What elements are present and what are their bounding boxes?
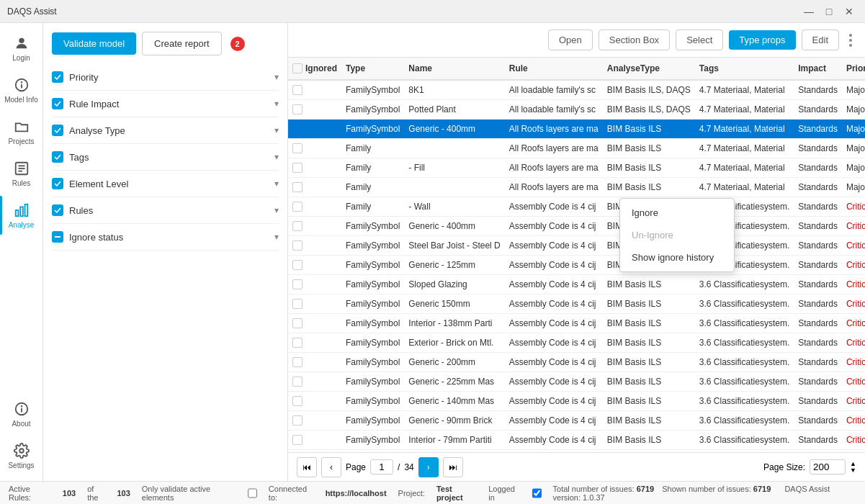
- table-row[interactable]: FamilySymbol Steel Bar Joist - Steel D A…: [288, 236, 865, 256]
- edit-button[interactable]: Edit: [802, 30, 839, 50]
- context-menu-ignore[interactable]: Ignore: [620, 202, 734, 224]
- row-checkbox[interactable]: [292, 240, 302, 251]
- table-row[interactable]: FamilySymbol Generic - 400mm All Roofs l…: [288, 120, 865, 139]
- row-checkbox[interactable]: [292, 104, 302, 114]
- sidebar-item-settings[interactable]: Settings: [0, 436, 42, 475]
- open-button[interactable]: Open: [548, 30, 593, 50]
- table-row[interactable]: FamilySymbol Interior - 79mm Partiti Ass…: [288, 431, 865, 450]
- row-checkbox[interactable]: [292, 202, 302, 212]
- sidebar-item-rules[interactable]: Rules: [0, 154, 42, 193]
- table-row[interactable]: FamilySymbol Generic 150mm Assembly Code…: [288, 294, 865, 314]
- table-row[interactable]: FamilySymbol Generic - 200mm Assembly Co…: [288, 353, 865, 372]
- header-checkbox[interactable]: [292, 63, 302, 73]
- row-checkbox[interactable]: [292, 396, 302, 406]
- row-checkbox[interactable]: [292, 182, 302, 192]
- connected-url[interactable]: https://localhost: [326, 489, 387, 498]
- row-checkbox[interactable]: [292, 318, 302, 328]
- svg-point-16: [849, 39, 852, 42]
- minimize-button[interactable]: —: [800, 3, 817, 20]
- row-checkbox[interactable]: [292, 124, 302, 134]
- table-row[interactable]: FamilySymbol Exterior - Brick on Mtl. As…: [288, 333, 865, 353]
- table-row[interactable]: FamilySymbol 8K1 All loadable family's s…: [288, 80, 865, 100]
- context-menu-show-history[interactable]: Show ignore history: [620, 246, 734, 269]
- filter-title-priority: Priority: [69, 72, 269, 83]
- row-checkbox[interactable]: [292, 377, 302, 387]
- col-rule: Rule: [505, 58, 603, 80]
- table-row[interactable]: FamilySymbol Generic - 90mm Brick Assemb…: [288, 411, 865, 431]
- row-checkbox[interactable]: [292, 338, 302, 348]
- row-checkbox[interactable]: [292, 279, 302, 289]
- filter-section-header-tags[interactable]: Tags ▾: [52, 144, 279, 170]
- row-checkbox[interactable]: [292, 143, 302, 153]
- sidebar-item-model-info[interactable]: Model Info: [0, 71, 42, 109]
- sidebar-item-login[interactable]: Login: [0, 29, 42, 68]
- cell-analyse-type: BIM Basis ILS: [603, 178, 695, 197]
- table-row[interactable]: Family - Wall Assembly Code is 4 cij BIM…: [288, 197, 865, 217]
- table-row[interactable]: FamilySymbol Generic - 225mm Mas Assembl…: [288, 372, 865, 392]
- table-row[interactable]: Family - Fill All Roofs layers are ma BI…: [288, 158, 865, 178]
- table-row[interactable]: FamilySymbol Generic - 125mm Assembly Co…: [288, 256, 865, 275]
- checkbox-rules[interactable]: [52, 204, 63, 216]
- sidebar-item-analyse[interactable]: Analyse: [0, 196, 42, 235]
- table-row[interactable]: Family All Roofs layers are ma BIM Basis…: [288, 139, 865, 158]
- row-checkbox[interactable]: [292, 415, 302, 426]
- validate-checkbox[interactable]: [248, 488, 257, 498]
- cell-impact: Standards: [794, 178, 842, 197]
- section-box-button[interactable]: Section Box: [599, 30, 670, 50]
- row-checkbox[interactable]: [292, 260, 302, 270]
- filter-section-rules: Rules ▾: [52, 197, 279, 224]
- filter-section-header-rules[interactable]: Rules ▾: [52, 197, 279, 223]
- page-last-button[interactable]: ⏭: [443, 457, 463, 477]
- maximize-button[interactable]: □: [820, 3, 838, 20]
- row-checkbox[interactable]: [292, 163, 302, 173]
- checkbox-ignore-status[interactable]: [52, 231, 63, 243]
- row-checkbox[interactable]: [292, 85, 302, 95]
- filter-section-header-element-level[interactable]: Element Level ▾: [52, 171, 279, 197]
- page-next-button[interactable]: ›: [418, 457, 439, 477]
- row-checkbox[interactable]: [292, 299, 302, 309]
- create-report-button[interactable]: Create report: [142, 32, 222, 55]
- checkbox-analyse-type[interactable]: [52, 125, 63, 136]
- col-name: Name: [404, 58, 504, 80]
- total-rules-value: 103: [117, 489, 130, 498]
- toolbar-more-icon[interactable]: [845, 33, 856, 48]
- row-checkbox[interactable]: [292, 357, 302, 367]
- table-row[interactable]: Family All Roofs layers are ma BIM Basis…: [288, 178, 865, 197]
- checkbox-rule-impact[interactable]: [52, 98, 63, 109]
- page-size-input[interactable]: [810, 459, 846, 474]
- cell-priority: Major: [842, 178, 865, 197]
- type-props-button[interactable]: Type props: [729, 30, 795, 50]
- chevron-rule-impact: ▾: [274, 99, 279, 109]
- validate-model-button[interactable]: Validate model: [52, 32, 136, 55]
- page-number-input[interactable]: [370, 459, 393, 474]
- row-checkbox[interactable]: [292, 221, 302, 231]
- cell-priority: Major: [842, 100, 865, 120]
- close-button[interactable]: ✕: [841, 3, 858, 20]
- table-row[interactable]: FamilySymbol Interior - 138mm Parti Asse…: [288, 314, 865, 333]
- sidebar-label-analyse: Analyse: [9, 221, 35, 229]
- table-row[interactable]: FamilySymbol Generic - 140mm Mas Assembl…: [288, 392, 865, 411]
- page-size-spinner[interactable]: ▲ ▼: [850, 461, 856, 474]
- filter-section-header-priority[interactable]: Priority ▾: [52, 64, 279, 90]
- logged-in-checkbox[interactable]: [532, 488, 542, 498]
- select-button[interactable]: Select: [676, 30, 723, 50]
- sidebar-item-projects[interactable]: Projects: [0, 112, 42, 151]
- cell-priority: Critical: [842, 372, 865, 392]
- chevron-analyse-type: ▾: [274, 125, 279, 135]
- cell-name: Generic - 400mm: [404, 217, 504, 236]
- row-checkbox[interactable]: [292, 435, 302, 445]
- table-row[interactable]: FamilySymbol Sloped Glazing Assembly Cod…: [288, 275, 865, 294]
- cell-type: FamilySymbol: [341, 333, 404, 353]
- page-first-button[interactable]: ⏮: [297, 457, 317, 477]
- table-row[interactable]: FamilySymbol Potted Plant All loadable f…: [288, 100, 865, 120]
- filter-section-header-ignore-status[interactable]: Ignore status ▾: [52, 224, 279, 250]
- cell-rule: Assembly Code is 4 cij: [505, 275, 603, 294]
- page-prev-button[interactable]: ‹: [321, 457, 341, 477]
- filter-section-header-analyse-type[interactable]: Analyse Type ▾: [52, 117, 279, 143]
- checkbox-tags[interactable]: [52, 151, 63, 163]
- sidebar-item-about[interactable]: About: [0, 395, 42, 433]
- table-row[interactable]: FamilySymbol Generic - 400mm Assembly Co…: [288, 217, 865, 236]
- checkbox-element-level[interactable]: [52, 178, 63, 189]
- checkbox-priority[interactable]: [52, 71, 63, 83]
- filter-section-header-rule-impact[interactable]: Rule Impact ▾: [52, 91, 279, 117]
